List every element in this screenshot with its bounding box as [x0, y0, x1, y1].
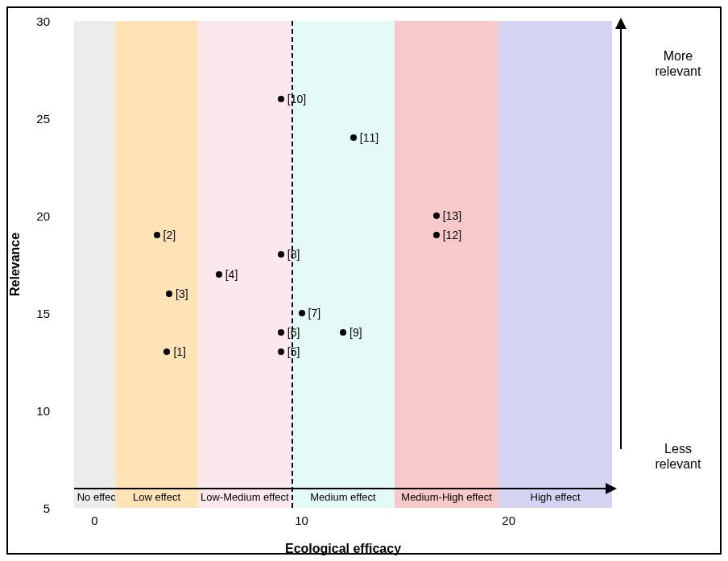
data-point-label: [7] [308, 307, 321, 320]
data-point-label: [11] [360, 131, 378, 144]
data-point [216, 271, 222, 278]
x-tick: 0 [91, 514, 97, 527]
data-point [278, 349, 284, 355]
data-point [154, 232, 160, 238]
y-tick: 25 [32, 112, 50, 126]
x-tick: 10 [295, 514, 308, 527]
data-point-label: [10] [287, 93, 306, 105]
data-point [278, 251, 284, 258]
data-point-label: [5] [287, 345, 300, 358]
efficacy-band-label: Low effect [115, 491, 198, 503]
relevance-arrow-line [620, 27, 622, 449]
less-relevant-label: Less relevant [646, 441, 710, 472]
data-point [433, 212, 440, 219]
efficacy-band: Medium-High effect [395, 21, 498, 508]
more-relevant-label: More relevant [646, 48, 710, 79]
data-point-label: [9] [350, 326, 362, 339]
data-point-label: [8] [287, 248, 300, 261]
data-point [433, 232, 440, 238]
y-tick: 30 [32, 14, 50, 28]
data-point-label: [1] [173, 345, 186, 358]
x-axis-title: Ecological efficacy [53, 542, 633, 556]
y-tick: 10 [32, 404, 50, 418]
data-point-label: [6] [287, 326, 300, 339]
efficacy-band-label: Medium-High effect [395, 491, 498, 503]
data-point-label: [12] [443, 229, 461, 241]
scatter-chart: Relevance Ecological efficacy No effectL… [0, 0, 728, 561]
data-point [163, 349, 170, 355]
efficacy-band: Low effect [115, 21, 198, 508]
data-point-label: [4] [225, 268, 238, 281]
relevance-arrow-head [615, 18, 627, 29]
efficacy-band-label: No effect [74, 491, 118, 503]
efficacy-band-label: High effect [498, 491, 612, 503]
efficacy-band: High effect [498, 21, 612, 508]
efficacy-band: Medium effect [292, 21, 395, 508]
y-tick: 15 [32, 307, 50, 320]
data-point [299, 310, 305, 316]
y-tick: 20 [32, 209, 50, 223]
data-point-label: [2] [163, 229, 176, 241]
x-tick: 20 [502, 514, 515, 527]
efficacy-band-label: Low-Medium effect [198, 491, 292, 503]
data-point [278, 329, 284, 336]
data-point [278, 96, 284, 102]
x-axis-arrow-head [606, 483, 617, 494]
data-point-label: [13] [443, 209, 461, 222]
efficacy-band: No effect [74, 21, 115, 508]
data-point [340, 329, 346, 336]
data-point-label: [3] [176, 287, 188, 300]
plot-area: No effectLow effectLow-Medium effectMedi… [53, 21, 633, 508]
y-axis-title: Relevance [8, 21, 24, 508]
data-point [166, 291, 172, 297]
less-relevant-text: Less relevant [656, 442, 701, 471]
efficacy-band-label: Medium effect [292, 491, 395, 503]
more-relevant-text: More relevant [656, 49, 701, 78]
efficacy-band: Low-Medium effect [198, 21, 292, 508]
x-axis-arrow-line [74, 488, 608, 489]
data-point [350, 134, 357, 141]
y-tick: 5 [32, 501, 50, 515]
